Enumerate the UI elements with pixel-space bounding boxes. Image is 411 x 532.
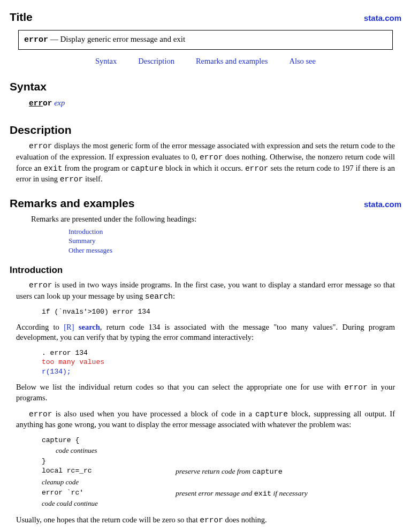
introduction-heading: Introduction	[10, 264, 401, 277]
intro-p1: error is used in two ways inside program…	[16, 280, 395, 302]
intro-p5: Usually, one hopes that the return code …	[16, 515, 395, 526]
sublink-summary[interactable]: Summary	[68, 236, 401, 246]
intro-p3: Below we list the individual return code…	[16, 382, 395, 404]
syntax-cmd-underline: err	[29, 99, 43, 108]
sublink-introduction[interactable]: Introduction	[68, 227, 401, 237]
description-heading: Description	[10, 123, 401, 138]
description-para: error displays the most generic form of …	[16, 141, 395, 185]
intro-p4: error is also used when you have process…	[16, 409, 395, 430]
nav-row: Syntax Description Remarks and examples …	[10, 56, 401, 67]
sublink-other-messages[interactable]: Other messages	[68, 246, 401, 255]
syntax-line: error exp	[29, 98, 401, 109]
remarks-intro: Remarks are presented under the followin…	[31, 214, 401, 225]
syntax-arg: exp	[52, 98, 65, 107]
code-block-2: . error 134 too many values r(134);	[42, 348, 401, 377]
syntax-cmd-rest: or	[43, 99, 52, 108]
code-block-1: if (`nvals'>100) error 134	[42, 307, 401, 317]
brand-link-top[interactable]: stata.com	[364, 13, 401, 24]
link-r-search[interactable]: [R] search	[64, 323, 100, 331]
nav-description[interactable]: Description	[138, 56, 174, 67]
remarks-sublinks: Introduction Summary Other messages	[68, 227, 401, 255]
title-sep: —	[48, 35, 60, 43]
title-cmd: error	[24, 35, 48, 44]
nav-remarks[interactable]: Remarks and examples	[196, 56, 268, 67]
syntax-heading: Syntax	[10, 79, 401, 94]
nav-also-see[interactable]: Also see	[289, 56, 316, 67]
nav-syntax[interactable]: Syntax	[95, 56, 117, 67]
intro-p2: According to [R] search, return code 134…	[16, 322, 395, 343]
title-heading: Title	[10, 10, 33, 25]
brand-link-remarks[interactable]: stata.com	[364, 199, 401, 210]
code-block-3: capture { code continues } local rc=_rcp…	[42, 436, 401, 510]
title-box: error — Display generic error message an…	[18, 30, 393, 49]
title-desc: Display generic error message and exit	[60, 35, 186, 43]
remarks-heading: Remarks and examples	[10, 196, 134, 211]
